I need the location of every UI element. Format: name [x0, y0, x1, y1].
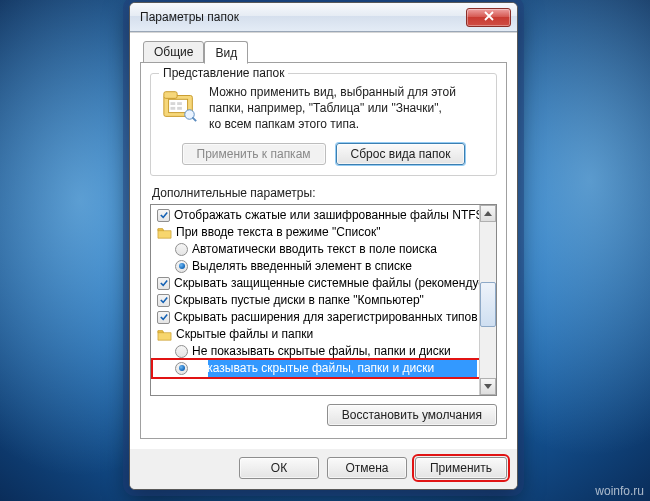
svg-rect-6 — [177, 107, 182, 110]
checkbox[interactable] — [157, 277, 170, 290]
tree-row-label: Скрывать расширения для зарегистрированн… — [174, 310, 479, 324]
tree-row[interactable]: Скрывать расширения для зарегистрированн… — [153, 309, 479, 326]
radio[interactable] — [175, 345, 188, 358]
tree-row[interactable]: Скрывать защищенные системные файлы (рек… — [153, 275, 479, 292]
cancel-button[interactable]: Отмена — [327, 457, 407, 479]
tree-row: При вводе текста в режиме "Список" — [153, 224, 479, 241]
tree-row[interactable]: Автоматически вводить текст в поле поиск… — [153, 241, 479, 258]
titlebar[interactable]: Параметры папок — [130, 3, 517, 32]
svg-rect-3 — [171, 102, 176, 105]
folder-icon — [157, 328, 172, 341]
tree-row-label: Отображать сжатые или зашифрованные файл… — [174, 208, 479, 222]
dialog-button-bar: ОК Отмена Применить — [130, 449, 517, 489]
chevron-up-icon — [484, 211, 492, 216]
checkbox[interactable] — [157, 311, 170, 324]
tree-row-label: При вводе текста в режиме "Список" — [176, 225, 381, 239]
folder-views-group-title: Представление папок — [159, 66, 288, 80]
tree-row-label: Показывать скрытые файлы, папки и диски — [192, 361, 434, 375]
scroll-down-button[interactable] — [480, 378, 496, 395]
svg-rect-2 — [169, 99, 188, 112]
scroll-up-button[interactable] — [480, 205, 496, 222]
close-button[interactable] — [466, 8, 511, 27]
tree-row-label: Выделять введенный элемент в списке — [192, 259, 412, 273]
svg-rect-5 — [171, 107, 176, 110]
apply-to-folders-button: Применить к папкам — [182, 143, 326, 165]
scroll-track[interactable] — [480, 222, 496, 378]
watermark: woinfo.ru — [595, 484, 644, 498]
folder-views-desc-line: Можно применить вид, выбранный для этой — [209, 85, 456, 99]
folder-icon — [157, 226, 172, 239]
folder-views-group: Представление папок — [150, 73, 497, 176]
tab-view[interactable]: Вид — [204, 41, 248, 64]
tree-row-label: Скрывать защищенные системные файлы (рек… — [174, 276, 479, 290]
folder-options-dialog: Параметры папок Общие Вид Представление … — [129, 2, 518, 490]
apply-button[interactable]: Применить — [415, 457, 507, 479]
folder-views-description: Можно применить вид, выбранный для этой … — [209, 84, 456, 133]
chevron-down-icon — [484, 384, 492, 389]
window-title: Параметры папок — [140, 10, 466, 24]
tree-row[interactable]: Не показывать скрытые файлы, папки и дис… — [153, 343, 479, 360]
tree-row[interactable]: Выделять введенный элемент в списке — [153, 258, 479, 275]
advanced-settings-tree: Отображать сжатые или зашифрованные файл… — [150, 204, 497, 396]
tree-row-label: Скрывать пустые диски в папке "Компьютер… — [174, 293, 424, 307]
folder-views-desc-line: папки, например, "Таблица" или "Значки", — [209, 101, 442, 115]
vertical-scrollbar[interactable] — [479, 205, 496, 395]
tree-row[interactable]: Показывать скрытые файлы, папки и диски — [153, 360, 479, 377]
reset-folder-views-button[interactable]: Сброс вида папок — [336, 143, 466, 165]
advanced-settings-label: Дополнительные параметры: — [152, 186, 497, 200]
close-icon — [483, 10, 495, 25]
scroll-thumb[interactable] — [480, 282, 496, 327]
radio[interactable] — [175, 260, 188, 273]
tree-row[interactable]: Отображать сжатые или зашифрованные файл… — [153, 207, 479, 224]
tree-viewport: Отображать сжатые или зашифрованные файл… — [151, 205, 479, 395]
tree-row-label: Не показывать скрытые файлы, папки и дис… — [192, 344, 451, 358]
svg-rect-4 — [177, 102, 182, 105]
svg-rect-1 — [164, 92, 177, 99]
folder-views-desc-line: ко всем папкам этого типа. — [209, 117, 359, 131]
tree-row-label: Скрытые файлы и папки — [176, 327, 313, 341]
tab-panel-view: Представление папок — [140, 62, 507, 439]
dialog-body: Общие Вид Представление папок — [130, 32, 517, 449]
tab-strip: Общие Вид — [140, 39, 507, 63]
checkbox[interactable] — [157, 294, 170, 307]
ok-button[interactable]: ОК — [239, 457, 319, 479]
checkbox[interactable] — [157, 209, 170, 222]
radio[interactable] — [175, 243, 188, 256]
tree-row[interactable]: Скрывать пустые диски в папке "Компьютер… — [153, 292, 479, 309]
folder-views-icon — [161, 86, 199, 124]
tab-general[interactable]: Общие — [143, 41, 204, 63]
tree-row: Скрытые файлы и папки — [153, 326, 479, 343]
radio[interactable] — [175, 362, 188, 375]
restore-defaults-button[interactable]: Восстановить умолчания — [327, 404, 497, 426]
tree-row-label: Автоматически вводить текст в поле поиск… — [192, 242, 437, 256]
